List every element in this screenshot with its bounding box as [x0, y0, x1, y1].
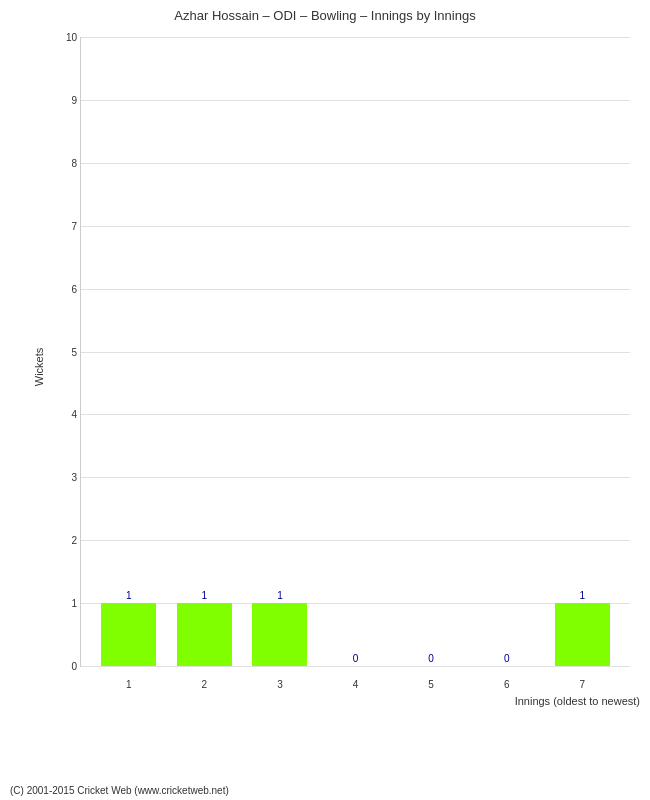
- y-tick-label: 1: [71, 598, 81, 609]
- chart-container: Azhar Hossain – ODI – Bowling – Innings …: [0, 0, 650, 800]
- x-tick-label: 4: [318, 679, 394, 690]
- bar: [101, 603, 156, 666]
- bar-group: 0: [318, 653, 394, 666]
- y-tick-label: 6: [71, 283, 81, 294]
- grid-line: [81, 666, 630, 667]
- y-tick-label: 0: [71, 661, 81, 672]
- bars-container: 1110001: [81, 37, 630, 666]
- bar: [252, 603, 307, 666]
- x-tick-label: 3: [242, 679, 318, 690]
- x-tick-label: 2: [167, 679, 243, 690]
- x-tick-label: 5: [393, 679, 469, 690]
- bar-group: 1: [544, 590, 620, 666]
- bar-label-top: 1: [202, 590, 208, 601]
- bar-label-top: 1: [579, 590, 585, 601]
- y-axis-label: Wickets: [33, 348, 45, 387]
- x-axis-title: Innings (oldest to newest): [515, 695, 640, 707]
- plot-area: 01234567891011100011234567: [80, 37, 630, 667]
- bar-group: 0: [393, 653, 469, 666]
- bar-group: 1: [91, 590, 167, 666]
- bar-group: 1: [242, 590, 318, 666]
- y-tick-label: 8: [71, 157, 81, 168]
- y-tick-label: 7: [71, 220, 81, 231]
- y-tick-label: 4: [71, 409, 81, 420]
- chart-area: Wickets 01234567891011100011234567 Innin…: [50, 27, 640, 707]
- bar-label-top: 1: [277, 590, 283, 601]
- bar-group: 0: [469, 653, 545, 666]
- x-tick-label: 7: [544, 679, 620, 690]
- x-tick-label: 6: [469, 679, 545, 690]
- bar: [177, 603, 232, 666]
- y-tick-label: 5: [71, 346, 81, 357]
- copyright: (C) 2001-2015 Cricket Web (www.cricketwe…: [0, 785, 229, 800]
- bar-label-top: 1: [126, 590, 132, 601]
- bar-label-top: 0: [504, 653, 510, 664]
- y-tick-label: 10: [66, 32, 81, 43]
- y-tick-label: 2: [71, 535, 81, 546]
- x-axis-labels-container: 1234567: [81, 679, 630, 690]
- chart-title: Azhar Hossain – ODI – Bowling – Innings …: [174, 8, 475, 23]
- x-tick-label: 1: [91, 679, 167, 690]
- bar-label-top: 0: [353, 653, 359, 664]
- bar-label-top: 0: [428, 653, 434, 664]
- y-tick-label: 3: [71, 472, 81, 483]
- bar: [555, 603, 610, 666]
- bar-group: 1: [167, 590, 243, 666]
- y-tick-label: 9: [71, 94, 81, 105]
